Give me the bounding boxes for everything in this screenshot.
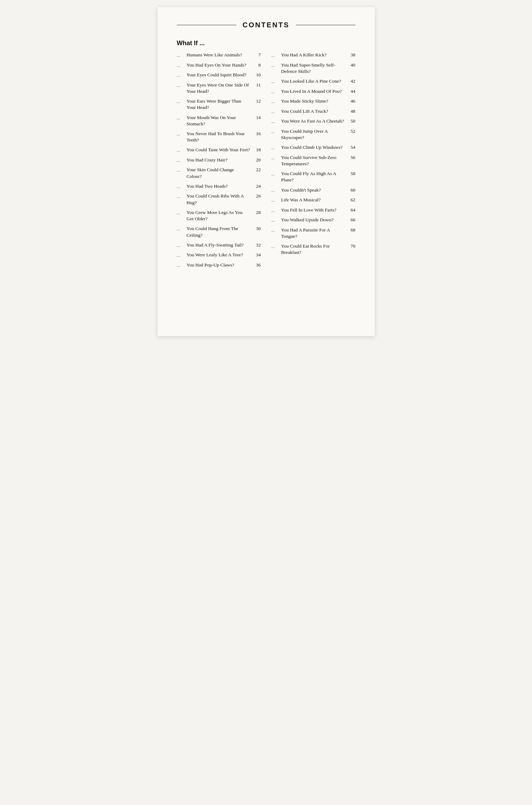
toc-entry-left-10: ...You Had Two Heads?24 bbox=[177, 183, 261, 190]
toc-ellipsis: ... bbox=[177, 98, 187, 105]
toc-page: 66 bbox=[347, 217, 355, 223]
toc-ellipsis: ... bbox=[177, 157, 187, 164]
toc-text: You Walked Upside Down? bbox=[281, 217, 347, 223]
toc-page: 38 bbox=[347, 52, 355, 58]
toc-entry-right-10: ...You Could Fly As High As A Plane?58 bbox=[271, 171, 355, 183]
toc-page: 34 bbox=[253, 252, 261, 258]
toc-text: You Had Pop-Up Claws? bbox=[187, 262, 253, 268]
toc-text: You Could Lift A Truck? bbox=[281, 108, 347, 114]
toc-ellipsis: ... bbox=[177, 131, 187, 137]
toc-entry-right-15: ...You Had A Parasite For A Tongue?68 bbox=[271, 227, 355, 240]
toc-entry-left-15: ...You Were Leafy Like A Tree?34 bbox=[177, 252, 261, 258]
toc-ellipsis: ... bbox=[271, 98, 281, 105]
toc-text: You Couldn't Speak? bbox=[281, 187, 347, 193]
toc-page: 16 bbox=[253, 131, 261, 137]
toc-entry-right-13: ...You Fell In Love With Farts?64 bbox=[271, 207, 355, 214]
toc-text: Humans Were Like Animals? bbox=[187, 52, 253, 58]
toc-entry-right-6: ...You Were As Fast As A Cheetah?50 bbox=[271, 118, 355, 125]
toc-page: 12 bbox=[253, 98, 261, 104]
toc-text: You Could Taste With Your Feet? bbox=[187, 147, 253, 153]
toc-text: You Had Two Heads? bbox=[187, 183, 253, 189]
toc-page: 44 bbox=[347, 88, 355, 95]
toc-ellipsis: ... bbox=[177, 252, 187, 258]
toc-ellipsis: ... bbox=[177, 52, 187, 58]
toc-page: 58 bbox=[347, 171, 355, 177]
toc-page: 22 bbox=[253, 167, 261, 173]
toc-entry-left-3: ...Your Eyes Were On One Side Of Your He… bbox=[177, 82, 261, 95]
toc-entry-left-0: ...Humans Were Like Animals?7 bbox=[177, 52, 261, 58]
toc-text: You Had A Parasite For A Tongue? bbox=[281, 227, 347, 240]
toc-page: 60 bbox=[347, 187, 355, 193]
toc-entry-left-5: ...Your Mouth Was On Your Stomach?14 bbox=[177, 114, 261, 127]
toc-ellipsis: ... bbox=[177, 209, 187, 216]
toc-page: 52 bbox=[347, 128, 355, 134]
toc-page: 20 bbox=[253, 157, 261, 163]
toc-entry-left-1: ...You Had Eyes On Your Hands?8 bbox=[177, 62, 261, 69]
toc-ellipsis: ... bbox=[271, 128, 281, 135]
toc-ellipsis: ... bbox=[271, 52, 281, 58]
toc-ellipsis: ... bbox=[177, 262, 187, 269]
toc-ellipsis: ... bbox=[271, 243, 281, 250]
toc-page: 30 bbox=[253, 225, 261, 232]
toc-entry-right-12: ...Life Was A Musical?62 bbox=[271, 197, 355, 203]
toc-ellipsis: ... bbox=[271, 227, 281, 234]
toc-ellipsis: ... bbox=[271, 108, 281, 115]
toc-entry-right-7: ...You Could Jump Over A Skyscraper?52 bbox=[271, 128, 355, 141]
toc-page: 54 bbox=[347, 144, 355, 151]
toc-page: 68 bbox=[347, 227, 355, 233]
toc-text: Your Eyes Were On One Side Of Your Head? bbox=[187, 82, 253, 95]
toc-page: 70 bbox=[347, 243, 355, 249]
toc-entry-right-3: ...You Lived In A Mound Of Poo?44 bbox=[271, 88, 355, 95]
toc-text: You Could Jump Over A Skyscraper? bbox=[281, 128, 347, 141]
toc-entry-left-2: ...Your Eyes Could Squirt Blood?10 bbox=[177, 72, 261, 78]
toc-text: You Made Sticky Slime? bbox=[281, 98, 347, 104]
toc-entry-right-4: ...You Made Sticky Slime?46 bbox=[271, 98, 355, 105]
toc-page: 28 bbox=[253, 209, 261, 216]
toc-ellipsis: ... bbox=[177, 114, 187, 121]
toc-page: 62 bbox=[347, 197, 355, 203]
toc-text: You Could Hang From The Ceiling? bbox=[187, 225, 253, 238]
toc-ellipsis: ... bbox=[271, 197, 281, 203]
toc-entry-right-14: ...You Walked Upside Down?66 bbox=[271, 217, 355, 223]
toc-entry-left-6: ...You Never Had To Brush Your Teeth?16 bbox=[177, 131, 261, 143]
toc-ellipsis: ... bbox=[271, 154, 281, 161]
page: CONTENTS What If ... ...Humans Were Like… bbox=[158, 7, 375, 336]
toc-ellipsis: ... bbox=[271, 217, 281, 223]
toc-text: You Could Crush Ribs With A Hug? bbox=[187, 193, 253, 206]
toc-page: 10 bbox=[253, 72, 261, 78]
toc-page: 64 bbox=[347, 207, 355, 213]
toc-ellipsis: ... bbox=[271, 171, 281, 177]
header-line-left bbox=[177, 25, 236, 26]
toc-page: 18 bbox=[253, 147, 261, 153]
toc-text: You Lived In A Mound Of Poo? bbox=[281, 88, 347, 95]
toc-text: You Grew More Legs As You Got Older? bbox=[187, 209, 253, 222]
header-line-right bbox=[296, 25, 355, 26]
toc-ellipsis: ... bbox=[177, 72, 187, 78]
toc-text: You Had A Fly-Swatting Tail? bbox=[187, 242, 253, 248]
toc-entry-right-0: ...You Had A Killer Kick?38 bbox=[271, 52, 355, 58]
toc-page: 50 bbox=[347, 118, 355, 124]
toc-text: Your Ears Were Bigger Than Your Head? bbox=[187, 98, 253, 111]
toc-text: You Had Super-Smelly Self-Defence Skills… bbox=[281, 62, 347, 75]
toc-page: 32 bbox=[253, 242, 261, 248]
toc-page: 11 bbox=[253, 82, 261, 88]
toc-ellipsis: ... bbox=[177, 183, 187, 190]
toc-ellipsis: ... bbox=[177, 167, 187, 173]
toc-page: 40 bbox=[347, 62, 355, 68]
toc-page: 14 bbox=[253, 114, 261, 121]
toc-text: You Were Leafy Like A Tree? bbox=[187, 252, 253, 258]
toc-entry-left-16: ...You Had Pop-Up Claws?36 bbox=[177, 262, 261, 269]
toc-ellipsis: ... bbox=[177, 242, 187, 249]
toc-entry-left-14: ...You Had A Fly-Swatting Tail?32 bbox=[177, 242, 261, 249]
toc-text: You Could Eat Rocks For Breakfast? bbox=[281, 243, 347, 256]
contents-header: CONTENTS bbox=[177, 21, 355, 29]
toc-page: 7 bbox=[253, 52, 261, 58]
toc-entry-left-7: ...You Could Taste With Your Feet?18 bbox=[177, 147, 261, 153]
toc-container: ...Humans Were Like Animals?7...You Had … bbox=[177, 52, 355, 272]
toc-page: 26 bbox=[253, 193, 261, 199]
toc-text: You Could Survive Sub-Zero Temperatures? bbox=[281, 154, 347, 167]
toc-ellipsis: ... bbox=[271, 207, 281, 214]
toc-entry-left-9: ...Your Skin Could Change Colour?22 bbox=[177, 167, 261, 179]
toc-right-column: ...You Had A Killer Kick?38...You Had Su… bbox=[271, 52, 355, 272]
toc-text: You Fell In Love With Farts? bbox=[281, 207, 347, 213]
